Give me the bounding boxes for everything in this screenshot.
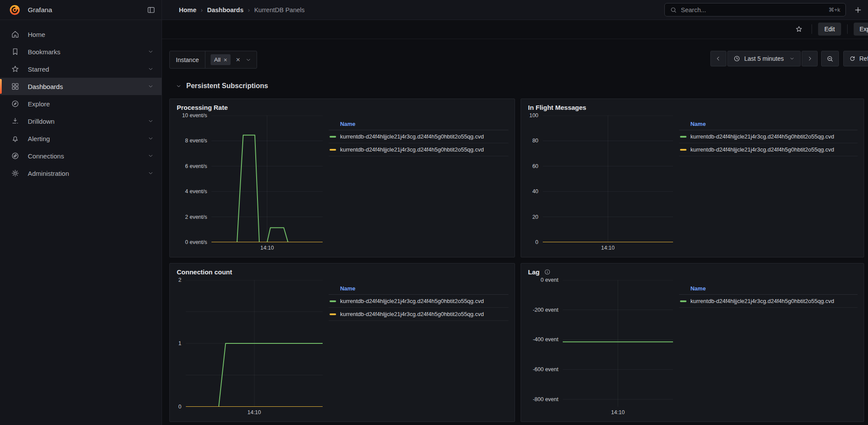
instance-filter-chip[interactable]: All × — [211, 54, 231, 65]
refresh-icon — [849, 55, 856, 62]
y-tick-label: -200 event — [533, 307, 558, 313]
favorite-star-button[interactable] — [792, 23, 805, 36]
time-forward-button[interactable] — [802, 51, 818, 66]
chart-area: 21014:10 — [177, 280, 323, 417]
series-color-dash — [330, 300, 336, 302]
breadcrumb: Home › Dashboards › KurrentDB Panels — [179, 7, 305, 13]
y-tick-label: 4 event/s — [185, 188, 207, 194]
sidebar-item-administration[interactable]: Administration — [0, 165, 162, 182]
instance-filter-value[interactable]: All × × — [205, 51, 257, 68]
legend-name-header[interactable]: Name — [329, 285, 508, 295]
panel-header[interactable]: Processing Rate — [170, 99, 515, 113]
panel-header[interactable]: Connection count — [170, 264, 515, 277]
series-name[interactable]: kurrentdb-d24f4hljjcle21j4r3cg.d24f4h5g0… — [690, 133, 858, 140]
filter-clear-icon[interactable]: × — [236, 56, 240, 63]
series-name[interactable]: kurrentdb-d24f4hljjcle21j4r3cg.d24f4h5g0… — [340, 133, 508, 140]
add-icon[interactable] — [854, 6, 862, 14]
chip-remove-icon[interactable]: × — [224, 56, 227, 63]
legend-row[interactable]: kurrentdb-d24f4hljjcle21j4r3cg.d24f4h5g0… — [679, 143, 858, 156]
x-tick-label: 14:10 — [601, 245, 614, 251]
chevron-left-icon — [715, 56, 721, 62]
sidebar-item-alerting[interactable]: Alerting — [0, 130, 162, 147]
legend-row[interactable]: kurrentdb-d24f4hljjcle21j4r3cg.d24f4h5g0… — [329, 143, 508, 156]
sidebar-item-dashboards[interactable]: Dashboards — [0, 78, 162, 95]
series-color-dash — [330, 136, 336, 138]
breadcrumb-separator: › — [201, 7, 203, 13]
y-tick-label: -400 event — [533, 336, 558, 343]
legend-row[interactable]: kurrentdb-d24f4hljjcle21j4r3cg.d24f4h5g0… — [679, 295, 858, 308]
row-persistent-subscriptions[interactable]: Persistent Subscriptions — [169, 80, 868, 92]
panel-header[interactable]: Lag — [521, 264, 864, 277]
legend-row[interactable]: kurrentdb-d24f4hljjcle21j4r3cg.d24f4h5g0… — [329, 295, 508, 308]
time-range-picker[interactable]: Last 5 minutes — [727, 51, 801, 66]
series-name[interactable]: kurrentdb-d24f4hljjcle21j4r3cg.d24f4h5g0… — [340, 298, 508, 304]
search-input[interactable]: Search... ⌘+k — [664, 3, 846, 16]
panel-processing-rate: Processing Rate10 event/s8 event/s6 even… — [169, 99, 515, 257]
chevron-down-icon — [148, 170, 154, 176]
series-color-dash — [680, 149, 686, 151]
refresh-button[interactable]: Refresh — [843, 51, 868, 66]
series-name[interactable]: kurrentdb-d24f4hljjcle21j4r3cg.d24f4h5g0… — [340, 146, 508, 153]
series-name[interactable]: kurrentdb-d24f4hljjcle21j4r3cg.d24f4h5g0… — [690, 298, 858, 304]
legend-row[interactable]: kurrentdb-d24f4hljjcle21j4r3cg.d24f4h5g0… — [329, 308, 508, 321]
app-name: Grafana — [28, 6, 52, 14]
chart-plot[interactable] — [563, 280, 673, 407]
time-back-button[interactable] — [710, 51, 726, 66]
panel-body: 0 event-200 event-400 event-600 event-80… — [521, 277, 864, 422]
sidebar-item-home[interactable]: Home — [0, 26, 162, 43]
panel-header[interactable]: In Flight Messages — [521, 99, 864, 113]
sidebar-item-label: Home — [28, 31, 45, 38]
sidebar-item-explore[interactable]: Explore — [0, 95, 162, 112]
panel-title: Processing Rate — [177, 104, 228, 111]
y-tick-label: 100 — [529, 112, 538, 119]
chart-plot[interactable] — [211, 115, 323, 242]
legend-name-header[interactable]: Name — [679, 121, 858, 130]
time-controls: Last 5 minutes Refresh — [710, 51, 864, 66]
panel-body: 21014:10Namekurrentdb-d24f4hljjcle21j4r3… — [170, 277, 515, 422]
sidebar-item-label: Administration — [28, 170, 69, 177]
sidebar-item-connections[interactable]: Connections — [0, 147, 162, 165]
sidebar-item-starred[interactable]: Starred — [0, 60, 162, 78]
legend-row[interactable]: kurrentdb-d24f4hljjcle21j4r3cg.d24f4h5g0… — [679, 130, 858, 143]
series-name[interactable]: kurrentdb-d24f4hljjcle21j4r3cg.d24f4h5g0… — [690, 146, 858, 153]
bell-icon — [11, 134, 20, 143]
y-axis-labels: 10 event/s8 event/s6 event/s4 event/s2 e… — [177, 115, 211, 242]
chart-plot[interactable] — [543, 115, 673, 242]
y-tick-label: 0 — [535, 239, 538, 245]
legend-name-header[interactable]: Name — [679, 285, 858, 295]
chevron-down-icon — [148, 118, 154, 124]
legend-row[interactable]: kurrentdb-d24f4hljjcle21j4r3cg.d24f4h5g0… — [329, 130, 508, 143]
breadcrumb-current-page: KurrentDB Panels — [254, 7, 304, 13]
sidebar-item-drilldown[interactable]: Drilldown — [0, 112, 162, 130]
instance-filter-label: Instance — [170, 51, 205, 68]
y-axis-labels: 100806040200 — [528, 115, 543, 242]
series-color-dash — [330, 149, 336, 151]
x-axis-spacer — [528, 407, 563, 417]
panel-in-flight-messages: In Flight Messages10080604020014:10Namek… — [521, 99, 864, 257]
edit-button[interactable]: Edit — [818, 23, 841, 36]
sidebar-item-label: Explore — [28, 100, 50, 108]
chart-plot[interactable] — [186, 280, 323, 407]
y-tick-label: -600 event — [533, 366, 558, 372]
sidebar-toggle-icon[interactable] — [147, 6, 155, 14]
export-button[interactable]: Export — [854, 23, 868, 36]
refresh-label: Refresh — [859, 55, 868, 62]
series-name[interactable]: kurrentdb-d24f4hljjcle21j4r3cg.d24f4h5g0… — [340, 311, 508, 317]
breadcrumb-dashboards[interactable]: Dashboards — [207, 7, 244, 13]
legend-name-header[interactable]: Name — [329, 121, 508, 130]
info-icon[interactable] — [544, 269, 551, 275]
divider — [812, 24, 812, 34]
legend-table: Namekurrentdb-d24f4hljjcle21j4r3cg.d24f4… — [329, 115, 508, 253]
y-tick-label: 0 — [178, 404, 182, 410]
zoom-out-button[interactable] — [821, 51, 839, 66]
breadcrumb-home[interactable]: Home — [179, 7, 196, 13]
sidebar-item-bookmarks[interactable]: Bookmarks — [0, 43, 162, 60]
chevron-down-icon[interactable] — [245, 57, 251, 63]
chevron-down-icon — [148, 153, 154, 159]
instance-filter-chip-label: All — [214, 56, 221, 63]
chevron-down-icon — [148, 135, 154, 142]
home-icon — [11, 30, 20, 39]
sidebar-item-label: Alerting — [28, 135, 50, 142]
chevron-down-icon — [148, 83, 154, 89]
compass-icon — [11, 99, 20, 108]
